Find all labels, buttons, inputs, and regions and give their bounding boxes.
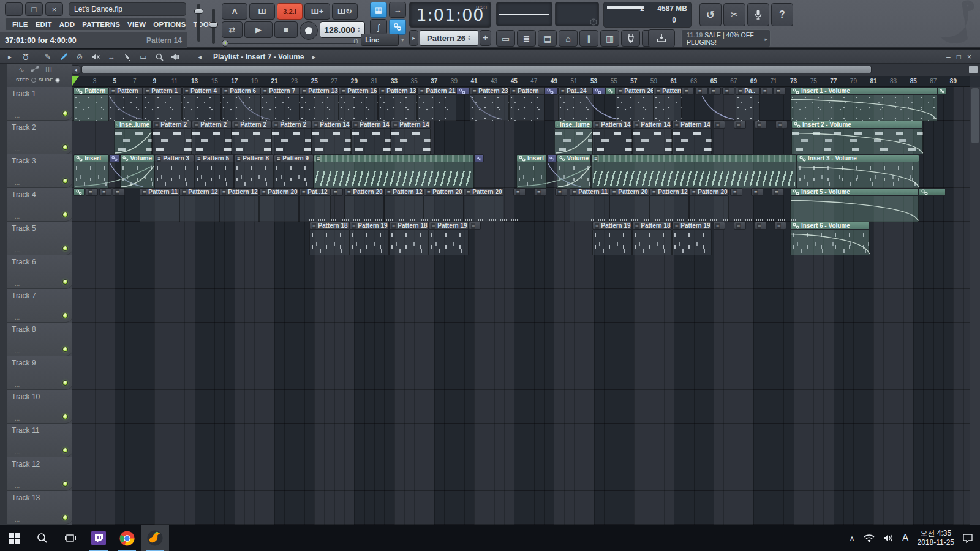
automation-clip[interactable]: Insert 3 - Volume <box>797 154 919 188</box>
mixer-button[interactable]: ∥ <box>579 30 598 47</box>
taskbar-twitch-button[interactable] <box>85 525 113 551</box>
pattern-clip[interactable]: ≡Pa.. <box>736 87 760 121</box>
pattern-clip[interactable]: ≡Pattern 8 <box>234 154 274 188</box>
pattern-clip[interactable]: ≡Pattern 5 <box>194 154 234 188</box>
track-header-4[interactable]: Track 4... <box>7 188 72 222</box>
clip-body[interactable] <box>74 95 108 121</box>
clip-header[interactable]: ≡ <box>755 222 767 230</box>
clip-header[interactable]: Insert 3 - Volume <box>797 154 919 162</box>
clip-header[interactable]: ≡ <box>591 154 797 162</box>
track-header-9[interactable]: Track 9... <box>7 356 72 390</box>
clip-header[interactable]: ≡Pattern 14 <box>391 121 431 129</box>
clip-header[interactable]: Insert <box>516 154 547 162</box>
clip-body[interactable] <box>429 230 469 255</box>
automation-clip[interactable]: Insert <box>516 154 547 188</box>
clip-body[interactable] <box>299 196 331 222</box>
pattern-clip[interactable]: ≡Pattern 2 <box>271 121 311 154</box>
track-enable-led[interactable] <box>62 414 68 419</box>
track-enable-led[interactable] <box>62 144 68 150</box>
clip-header[interactable]: ≡Pattern 5 <box>194 154 234 162</box>
clip-header[interactable]: ≡ <box>695 87 707 95</box>
news-banner[interactable]: 11-19 SALE | 40% OFF PLUGINS! ▸ <box>681 29 771 47</box>
clip-header[interactable]: ≡Pattern 12 <box>179 188 219 196</box>
link-clip[interactable] <box>547 154 557 188</box>
playlist-button[interactable]: ▭ <box>496 30 515 47</box>
clip-body[interactable] <box>219 196 259 222</box>
clip-header[interactable]: ≡Pattern 8 <box>234 154 274 162</box>
pattern-clip-mini[interactable]: ≡ <box>709 87 721 121</box>
clip-body[interactable] <box>114 129 152 154</box>
clip-header[interactable]: ≡Pattern 14 <box>632 121 672 129</box>
clip-header[interactable]: Insert 6 - Volume <box>790 222 870 230</box>
vertical-scroll-thumb[interactable] <box>971 88 979 143</box>
pattern-clip-mini[interactable]: ≡ <box>755 121 767 154</box>
clip-header[interactable]: ≡Pattern 23 <box>470 87 509 95</box>
clip-header[interactable] <box>109 154 120 162</box>
clip-header[interactable]: Insert <box>74 154 109 162</box>
clip-body[interactable] <box>389 230 429 255</box>
clip-body[interactable] <box>632 230 672 255</box>
clip-header[interactable]: ≡Pattern 2 <box>152 121 192 129</box>
playback-tool-icon[interactable] <box>169 53 181 61</box>
countdown-button[interactable]: 3.2.i <box>277 3 303 20</box>
clip-header[interactable] <box>545 87 558 95</box>
clip-header[interactable]: ≡ <box>730 188 742 196</box>
clip-header[interactable]: ≡Pattern <box>509 87 545 95</box>
pattern-clip[interactable]: ≡Pattern 2 <box>232 121 271 154</box>
pattern-clip[interactable]: ≡Pattern 14 <box>672 121 712 154</box>
clip-header[interactable]: ≡ <box>555 188 567 196</box>
link-clip[interactable] <box>606 87 616 121</box>
taskbar-clock[interactable]: 오전 4:35 2018-11-25 <box>918 529 955 547</box>
pattern-clip[interactable]: ≡Pattern 16 <box>339 87 378 121</box>
clip-header[interactable]: ≡ <box>534 188 546 196</box>
pattern-tab-icon[interactable]: Ш <box>45 66 52 74</box>
clip-header[interactable]: Volume <box>557 154 591 162</box>
ime-indicator[interactable]: A <box>902 533 909 544</box>
clip-header[interactable]: ≡Pattern 19 <box>349 222 389 230</box>
clip-header[interactable]: ≡ <box>331 188 343 196</box>
record-audio-button[interactable] <box>747 3 769 26</box>
clip-header[interactable]: ≡ <box>774 87 786 95</box>
pattern-clip[interactable]: ≡Pattern 14 <box>391 121 431 154</box>
clip-body[interactable] <box>179 196 219 222</box>
pattern-clip[interactable]: ≡Pattern 19 <box>672 222 712 255</box>
volume-icon[interactable] <box>883 534 894 542</box>
vertical-scrollbar[interactable] <box>970 87 980 527</box>
delete-tool-icon[interactable]: ⊘ <box>74 53 86 61</box>
pattern-clip[interactable]: ≡Pattern 6 <box>221 87 260 121</box>
clip-body[interactable] <box>120 162 154 188</box>
clip-header[interactable]: ≡Pattern <box>654 87 682 95</box>
clip-header[interactable]: ≡Pat..24 <box>558 87 592 95</box>
clip-header[interactable]: ≡Pattern 20 <box>344 188 384 196</box>
pattern-clip[interactable]: ≡Pattern 2 <box>152 121 192 154</box>
clip-body[interactable] <box>182 95 221 121</box>
pattern-clip-mini[interactable]: ≡ <box>722 87 734 121</box>
clip-header[interactable]: ≡ <box>713 222 725 230</box>
clip-body[interactable] <box>384 196 424 222</box>
automation-clip[interactable]: Pattern <box>74 87 108 121</box>
pattern-clip[interactable]: ≡Pattern 14 <box>632 121 672 154</box>
clip-header[interactable]: ≡ <box>734 121 746 129</box>
automation-clip[interactable]: Inse..lume <box>554 121 592 154</box>
playlist-grid[interactable]: Pattern≡Pattern≡Pattern 1≡Pattern 4≡Patt… <box>72 87 970 527</box>
playlist-title[interactable]: Playlist - Insert 7 - Volume <box>213 53 304 61</box>
slicer-button[interactable]: ✂ <box>723 3 745 26</box>
pattern-clip[interactable]: ≡Pattern 9 <box>274 154 314 188</box>
clip-header[interactable]: ≡Pattern 20 <box>424 188 464 196</box>
clip-header[interactable]: ≡ <box>469 222 481 230</box>
clip-header[interactable] <box>547 154 557 162</box>
pattern-clip[interactable]: ≡Pattern 18 <box>632 222 672 255</box>
clip-header[interactable]: ≡ <box>682 87 694 95</box>
clip-body[interactable] <box>558 95 592 121</box>
clip-header[interactable]: ≡ <box>713 121 725 129</box>
pattern-clip[interactable]: ≡Pattern 23 <box>470 87 509 121</box>
taskbar-flstudio-button[interactable] <box>141 525 169 551</box>
step-toggle[interactable] <box>31 78 36 83</box>
project-picker-button[interactable]: ▥ <box>600 30 619 47</box>
clip-body[interactable] <box>391 129 431 154</box>
clip-header[interactable]: ≡Pattern 2 <box>232 121 271 129</box>
playlist-maximize-button[interactable]: □ <box>957 53 961 61</box>
pattern-clip-mini[interactable]: ≡ <box>734 121 746 154</box>
pattern-clip[interactable]: ≡Pattern 1 <box>143 87 182 121</box>
repeat-button[interactable]: ⇄ <box>222 21 243 38</box>
